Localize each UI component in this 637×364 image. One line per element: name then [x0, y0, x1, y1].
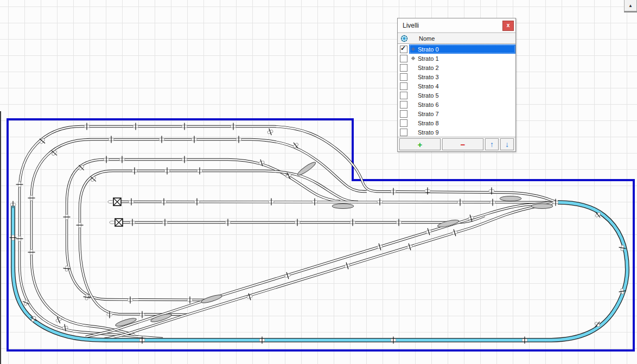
rail-joint [376, 242, 383, 251]
layer-visibility-checkbox[interactable]: ✓ [400, 46, 407, 53]
scrollbar-up-button[interactable]: ▲ [624, 0, 637, 11]
add-layer-button[interactable]: + [399, 138, 441, 150]
layer-row-area[interactable]: Strato 1 [409, 54, 515, 63]
close-button[interactable]: x [502, 21, 514, 31]
switch-machine[interactable] [296, 161, 317, 177]
layer-row-area[interactable]: Strato 3 [409, 72, 515, 81]
track-fill [265, 171, 358, 202]
layer-row-9[interactable]: Strato 9 [398, 127, 515, 137]
rail-joint [162, 219, 168, 226]
arrow-up-icon: ↑ [490, 140, 494, 149]
rail-joint [457, 199, 463, 206]
rail-joint [269, 199, 274, 206]
layer-label: Strato 0 [418, 46, 439, 53]
layer-row-area[interactable]: Strato 2 [409, 63, 515, 72]
layer-row-area[interactable]: Strato 7 [409, 109, 515, 118]
rail-joint [10, 235, 17, 240]
layer-visibility-checkbox[interactable] [400, 92, 407, 99]
rail-joint [77, 222, 84, 228]
layers-dialog: Livelli x Nome ✓Strato 0Strato 1Strato 2… [397, 18, 516, 152]
layer-marker-icon [411, 56, 416, 61]
rail-joint [164, 168, 170, 175]
track-outline[interactable] [265, 171, 358, 202]
rail-joint [104, 156, 109, 163]
layer-row-6[interactable]: Strato 6 [398, 100, 515, 109]
remove-layer-button[interactable]: − [442, 138, 483, 150]
layer-visibility-checkbox[interactable] [400, 73, 407, 81]
rail-joint [192, 136, 197, 143]
drawing-left-edge [0, 111, 1, 364]
plus-icon: + [418, 140, 423, 149]
layer-list-header: Nome [398, 33, 515, 44]
switch-machine[interactable] [531, 204, 553, 209]
layer-row-4[interactable]: Strato 4 [398, 81, 515, 91]
layer-visibility-checkbox[interactable] [400, 82, 407, 90]
layer-row-0[interactable]: ✓Strato 0 [398, 44, 515, 54]
track-plan-svg[interactable] [0, 0, 637, 364]
rail-joint [109, 136, 114, 143]
app-canvas[interactable]: ▲ Livelli x Nome ✓Strato 0Strato 1Strato [0, 0, 637, 364]
rail-joint [194, 199, 200, 206]
layer-row-3[interactable]: Strato 3 [398, 72, 515, 81]
rail-joint [28, 250, 35, 255]
layer-row-7[interactable]: Strato 7 [398, 109, 515, 118]
buffer-stop[interactable] [110, 219, 123, 226]
rail-joint [119, 156, 125, 163]
rail-joint [182, 123, 187, 130]
arrow-down-icon: ↓ [505, 140, 509, 149]
layout-boundary[interactable] [8, 119, 634, 350]
buffer-stop[interactable] [108, 198, 121, 206]
rail-joint [231, 123, 236, 130]
rail-joint [343, 261, 351, 270]
rail-joint [182, 156, 187, 163]
layer-row-selected-area[interactable]: Strato 0 [409, 44, 515, 54]
rail-joint [187, 297, 193, 304]
rail-joint [396, 219, 402, 226]
dialog-toolbar: + − ↑ ↓ [398, 137, 515, 151]
scroll-up-icon: ▲ [628, 3, 633, 8]
switch-machine[interactable] [332, 204, 354, 209]
layer-visibility-checkbox[interactable] [400, 55, 407, 62]
switch-machine[interactable] [437, 219, 460, 228]
layer-row-area[interactable]: Strato 6 [409, 100, 515, 109]
name-column-header[interactable]: Nome [419, 35, 435, 42]
layer-label: Strato 2 [418, 65, 439, 71]
track-outline[interactable] [122, 216, 485, 222]
visibility-icon [400, 35, 408, 42]
layer-label: Strato 7 [418, 111, 439, 117]
rail-joint [63, 214, 71, 220]
move-layer-down-button[interactable]: ↓ [500, 138, 514, 150]
layer-label: Strato 5 [418, 92, 439, 99]
move-layer-up-button[interactable]: ↑ [485, 138, 499, 150]
minus-icon: − [461, 140, 466, 149]
switch-machine[interactable] [500, 196, 521, 201]
rail-joint [225, 219, 231, 226]
layer-row-8[interactable]: Strato 8 [398, 118, 515, 127]
track-outline[interactable] [80, 171, 265, 315]
rail-joint [28, 195, 35, 201]
rail-joint [132, 168, 137, 175]
dialog-titlebar[interactable]: Livelli x [398, 18, 515, 33]
layer-row-area[interactable]: Strato 8 [409, 118, 515, 127]
layer-visibility-checkbox[interactable] [400, 64, 407, 72]
layer-row-5[interactable]: Strato 5 [398, 91, 515, 100]
track-fill [20, 126, 274, 339]
track-outline[interactable] [20, 126, 274, 339]
layer-visibility-checkbox[interactable] [400, 110, 407, 118]
rail-joint [133, 123, 138, 130]
rail-joint [350, 219, 355, 226]
layer-row-area[interactable]: Strato 4 [409, 81, 515, 91]
layer-visibility-checkbox[interactable] [400, 129, 407, 136]
layer-label: Strato 3 [418, 74, 439, 80]
rail-joint [130, 219, 135, 226]
layer-row-1[interactable]: Strato 1 [398, 54, 515, 63]
rail-joint [425, 188, 430, 195]
layer-visibility-checkbox[interactable] [400, 119, 407, 127]
rail-joint [139, 311, 145, 318]
layer-list: ✓Strato 0Strato 1Strato 2Strato 3Strato … [398, 44, 515, 137]
layer-visibility-checkbox[interactable] [400, 101, 407, 108]
layer-row-2[interactable]: Strato 2 [398, 63, 515, 72]
layer-row-area[interactable]: Strato 5 [409, 91, 515, 100]
rail-joint [425, 227, 432, 235]
layer-row-area[interactable]: Strato 9 [409, 127, 515, 137]
